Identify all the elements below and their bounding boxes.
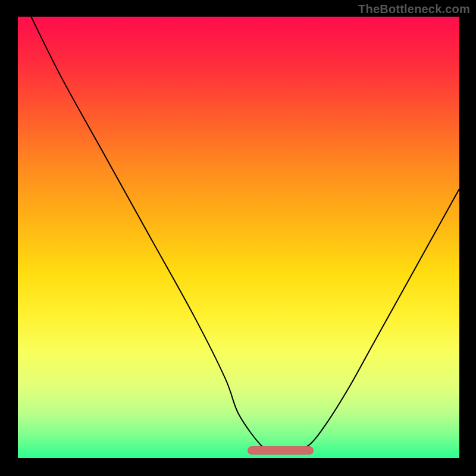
bottleneck-curve	[18, 17, 459, 458]
plot-area	[18, 17, 459, 458]
valley-marker	[248, 446, 314, 455]
chart-frame: TheBottleneck.com	[0, 0, 476, 476]
watermark-text: TheBottleneck.com	[358, 2, 470, 16]
